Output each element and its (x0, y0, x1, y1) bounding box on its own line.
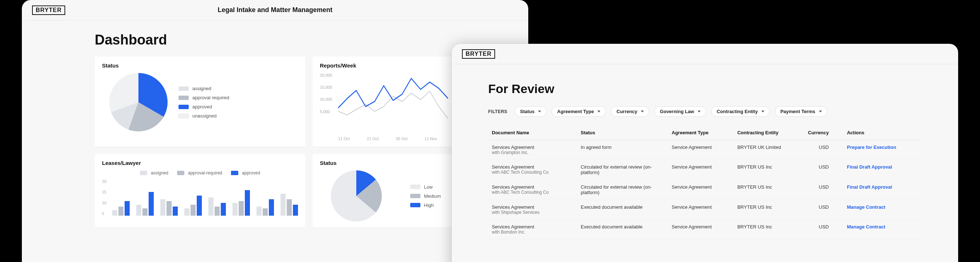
filter-payment-terms[interactable]: Payment Terms (775, 106, 827, 117)
x-tick: 30 Oct (396, 136, 407, 141)
bar (269, 199, 274, 216)
cell-type: Service Agreement (668, 200, 734, 220)
action-link[interactable]: Final Draft Approval (847, 184, 892, 190)
filter-label: Agreement Type (557, 109, 594, 114)
legend-item: assigned (140, 170, 168, 176)
legend: assigned approval-required approved (102, 170, 298, 176)
y-tick: 15,000 (320, 85, 332, 89)
table-row: Services Agreementwith Grampton Inc.In a… (488, 140, 922, 160)
cell-type: Service Agreement (668, 140, 734, 160)
col-currency: Currency (804, 126, 843, 140)
page-title: For Review (488, 82, 922, 96)
bar (185, 208, 189, 216)
legend-label: Low (424, 184, 433, 190)
action-link[interactable]: Manage Contract (847, 204, 885, 210)
filters-label: FILTERS (488, 109, 508, 114)
legend-label: approval-required (188, 170, 222, 176)
bar (262, 208, 268, 216)
line-chart: 20,000 15,000 10,000 5,000 (320, 73, 448, 135)
bar-group (185, 196, 202, 216)
legend-item: approved (231, 170, 260, 176)
col-document: Document Name (488, 126, 577, 140)
cell-status: In agreed form (577, 140, 668, 160)
card-status-pie: Status assigned approval required approv… (95, 57, 305, 147)
bar (245, 190, 250, 216)
chevron-down-icon (698, 110, 701, 112)
cell-entity: BRYTER US Inc (734, 160, 804, 180)
pie-chart (331, 170, 382, 222)
cell-document: Services Agreementwith Grampton Inc. (488, 140, 577, 160)
cell-action: Prepare for Execution (843, 140, 922, 160)
bar (160, 199, 165, 216)
topbar: BRYTER (452, 44, 958, 64)
action-link[interactable]: Final Draft Approval (847, 164, 892, 170)
col-status: Status (577, 126, 668, 140)
pie-chart (109, 73, 168, 131)
legend-item: Low (410, 184, 441, 190)
bar (173, 206, 178, 216)
filter-agreement-type[interactable]: Agreement Type (552, 106, 606, 117)
bar (256, 206, 262, 216)
cell-document: Services Agreementwith Bomdon Inc. (488, 220, 577, 240)
legend-item: unassigned (178, 113, 229, 118)
cell-type: Service Agreement (668, 160, 734, 180)
logo: BRYTER (32, 5, 65, 15)
cell-entity: BRYTER US Inc (734, 200, 804, 220)
table-row: Services Agreementwith Bomdon Inc.Execut… (488, 220, 922, 240)
page-title: Dashboard (95, 32, 455, 48)
filters-row: FILTERS StatusAgreement TypeCurrencyGove… (488, 106, 922, 117)
filter-status[interactable]: Status (515, 106, 547, 117)
bar (239, 201, 244, 216)
bar (208, 197, 213, 216)
chevron-down-icon (819, 110, 822, 112)
filter-label: Currency (616, 109, 637, 114)
table-row: Services Agreementwith ABC Tech Consulti… (488, 180, 922, 200)
review-window: BRYTER For Review FILTERS StatusAgreemen… (452, 44, 958, 262)
chevron-down-icon (538, 110, 541, 112)
legend-label: approval required (192, 95, 229, 101)
legend-item: High (410, 203, 441, 208)
y-tick: 5,000 (320, 109, 330, 114)
chevron-down-icon (597, 110, 600, 112)
filter-label: Governing Law (660, 109, 694, 114)
action-link[interactable]: Manage Contract (847, 224, 885, 230)
card-title: Status (320, 160, 448, 166)
filter-contracting-entity[interactable]: Contracting Entity (711, 106, 770, 117)
cell-currency: USD (804, 160, 843, 180)
legend-label: Medium (424, 193, 441, 199)
bar (191, 205, 196, 216)
y-tick: 10 (102, 201, 107, 205)
bar (293, 205, 298, 216)
y-tick: 10,000 (320, 97, 332, 101)
topbar: BRYTER Legal Intake and Matter Managemen… (22, 0, 528, 21)
bar (118, 206, 124, 216)
logo: BRYTER (462, 49, 495, 59)
bar-chart: 20 15 10 5 (102, 179, 298, 216)
x-axis: 11 Oct 21 Oct 30 Oct 11 Nov (320, 135, 448, 141)
cell-action: Manage Contract (843, 220, 922, 240)
cell-type: Service Agreement (668, 180, 734, 200)
cell-document: Services Agreementwith Shipshape Service… (488, 200, 577, 220)
cell-document: Services Agreementwith ABC Tech Consulti… (488, 160, 577, 180)
y-tick: 15 (102, 190, 107, 194)
filter-currency[interactable]: Currency (611, 106, 649, 117)
legend-label: High (424, 203, 434, 208)
cell-currency: USD (804, 220, 843, 240)
cell-status: Circulated for external review (on-platf… (577, 160, 668, 180)
filter-label: Contracting Entity (717, 109, 758, 114)
filter-governing-law[interactable]: Governing Law (654, 106, 706, 117)
legend-label: approved (242, 170, 260, 176)
x-tick: 21 Oct (367, 136, 379, 141)
bar-group (112, 201, 130, 216)
bar (136, 205, 142, 216)
card-title: Status (102, 62, 298, 69)
bar-group (256, 199, 274, 216)
chevron-down-icon (641, 110, 644, 112)
bar (280, 194, 286, 216)
cell-action: Final Draft Approval (843, 160, 922, 180)
action-link[interactable]: Prepare for Execution (847, 144, 896, 150)
legend-label: assigned (192, 86, 211, 91)
col-entity: Contracting Entity (734, 126, 804, 140)
bar (142, 208, 148, 216)
filter-label: Status (520, 109, 535, 114)
